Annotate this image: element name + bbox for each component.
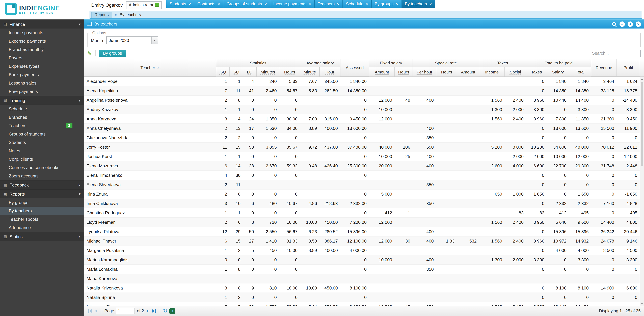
column-header-lq[interactable]: LQ xyxy=(243,68,256,76)
table-row[interactable]: Angelina Poselenova28000012 000484001 56… xyxy=(84,96,640,105)
tab-close-icon[interactable]: × xyxy=(309,2,311,6)
table-row[interactable]: Elena Timoshenko430000000000 xyxy=(84,170,640,180)
tab-by-teachers[interactable]: By teachers× xyxy=(402,0,435,8)
table-row[interactable]: Elena Shvedaeva21135000000 xyxy=(84,180,640,189)
table-row[interactable]: Lyubitsa Pilatova1229502 55056.676.23280… xyxy=(84,227,640,236)
sidebar-item-courses-and-coursebooks[interactable]: Courses and coursebooks xyxy=(0,163,84,172)
tab-close-icon[interactable]: × xyxy=(264,2,267,6)
vertical-scrollbar[interactable] xyxy=(640,77,644,306)
sidebar-item-attendance[interactable]: Attendance xyxy=(0,224,84,232)
sidebar-item-teachers[interactable]: Teachers3 xyxy=(0,122,84,130)
tab-teachers[interactable]: Teachers× xyxy=(314,0,343,8)
prev-page-button[interactable] xyxy=(94,308,98,313)
breadcrumb-section[interactable]: Reports xyxy=(91,12,112,18)
column-header-hours[interactable]: Hours xyxy=(436,68,457,76)
column-header-hours[interactable]: Hours xyxy=(280,68,300,76)
table-row[interactable]: Christina Rodriguez110000412183834124950… xyxy=(84,208,640,218)
column-header-salary[interactable]: Salary xyxy=(547,68,569,76)
table-row[interactable]: Natalia Spirina12000000000 xyxy=(84,293,640,302)
tab-close-icon[interactable]: × xyxy=(396,2,398,6)
refresh-button[interactable]: ↻ xyxy=(163,308,168,314)
table-row[interactable]: Nikonova Olga55301 75539.005.64253.859 9… xyxy=(84,302,640,306)
table-row[interactable]: Glazunova Nadezhda22000035000000 xyxy=(84,133,640,142)
sidebar-item-bank-payments[interactable]: Bank payments xyxy=(0,70,84,79)
column-header-average-salary[interactable]: Average salary xyxy=(300,59,340,68)
logo[interactable]: INDIENGINE B2B UI SOLUTIONS xyxy=(0,0,88,20)
sidebar-item-lessons-sales[interactable]: Lessons sales xyxy=(0,79,84,87)
close-icon[interactable]: × xyxy=(636,21,641,27)
sidebar-item-branches-monthly[interactable]: Branches monthly xyxy=(0,45,84,54)
table-row[interactable]: Maria Lomakina18000035000000 xyxy=(84,264,640,274)
month-combobox[interactable]: June 2020 ▼ xyxy=(106,36,158,44)
sidebar-item-expense-payments[interactable]: Expense payments xyxy=(0,37,84,45)
table-row[interactable]: Alena Kopeikina711412 46054.675.83262.50… xyxy=(84,86,640,96)
column-header-taxes[interactable]: Taxes xyxy=(526,68,547,76)
column-header-teacher[interactable]: Teacher▲ xyxy=(84,59,216,76)
table-row[interactable]: Andrey Kazakov11000010 0001 3002 0003 30… xyxy=(84,105,640,114)
scroll-up-icon[interactable] xyxy=(640,77,644,82)
column-header-statistics[interactable]: Statistics xyxy=(216,59,300,68)
scroll-thumb[interactable] xyxy=(641,82,643,166)
table-row[interactable]: Marios Karampaglidis00000010 0004001 300… xyxy=(84,255,640,264)
first-page-button[interactable] xyxy=(87,308,92,313)
window-header[interactable]: By teachers − ✦ × xyxy=(84,20,644,28)
sidebar-item-groups-of-students[interactable]: Groups of students xyxy=(0,130,84,138)
tab-students[interactable]: Students× xyxy=(166,0,194,8)
tab-contracts[interactable]: Contracts× xyxy=(194,0,224,8)
tab-schedule[interactable]: Schedule× xyxy=(343,0,372,8)
column-header-total[interactable]: Total xyxy=(569,68,591,76)
table-row[interactable]: Maria Khrenova xyxy=(84,274,640,283)
export-excel-button[interactable]: X xyxy=(170,308,175,314)
sidebar-item-schedule[interactable]: Schedule xyxy=(0,105,84,113)
column-header-social[interactable]: Social xyxy=(505,68,526,76)
next-page-button[interactable] xyxy=(146,308,150,313)
sidebar-item-income-payments[interactable]: Income payments xyxy=(0,28,84,37)
grid-search-input[interactable] xyxy=(590,50,641,57)
column-header-gq[interactable]: GQ xyxy=(216,68,230,76)
column-header-sq[interactable]: SQ xyxy=(230,68,243,76)
tab-income-payments[interactable]: Income payments× xyxy=(270,0,314,8)
sidebar-item-teacher-spoofs[interactable]: Teacher spoofs xyxy=(0,215,84,224)
column-header-income[interactable]: Income xyxy=(479,68,505,76)
sidebar-item-payers[interactable]: Payers xyxy=(0,54,84,62)
sidebar-item-by-teachers[interactable]: By teachers xyxy=(0,207,84,215)
column-header-amount[interactable]: Amount xyxy=(369,68,395,76)
sidebar-section-feedback[interactable]: ▤Feedback▸ xyxy=(0,180,84,189)
sidebar-section-statics[interactable]: ▤Statics▸ xyxy=(0,232,84,241)
table-row[interactable]: Elena Mazurova614382 67059.339.48426.402… xyxy=(84,161,640,170)
sidebar-item-branches[interactable]: Branches xyxy=(0,113,84,122)
tab-close-icon[interactable]: × xyxy=(337,2,340,6)
column-header-total-to-be-paid[interactable]: Total to be paid xyxy=(526,59,591,68)
column-header-hours[interactable]: Hours xyxy=(395,68,413,76)
user-name[interactable]: Dmitry Ogarkov xyxy=(91,2,123,8)
table-row[interactable]: Anna Chelysheva213171 53034.008.89400.00… xyxy=(84,124,640,133)
minimize-icon[interactable]: − xyxy=(620,21,625,27)
column-header-fixed-salary[interactable]: Fixed salary xyxy=(369,59,413,68)
column-header-amount[interactable]: Amount xyxy=(457,68,479,76)
tab-close-icon[interactable]: × xyxy=(366,2,368,6)
column-header-minute[interactable]: Minute xyxy=(300,68,320,76)
tab-close-icon[interactable]: × xyxy=(218,2,220,6)
table-row[interactable]: Anna Karzaeva34241 35030.007.00315.009 4… xyxy=(84,114,640,124)
tab-close-icon[interactable]: × xyxy=(188,2,191,6)
column-header-profit[interactable]: Profit xyxy=(617,59,640,76)
last-page-button[interactable] xyxy=(152,308,157,313)
column-header-taxes[interactable]: Taxes xyxy=(479,59,526,68)
tab-close-icon[interactable]: × xyxy=(429,2,432,6)
table-row[interactable]: Alexander Popel1142405.337.67345.001 840… xyxy=(84,77,640,86)
table-row[interactable]: Michael Thayer615271 41031.338.58386.171… xyxy=(84,236,640,246)
sidebar-item-notes[interactable]: Notes xyxy=(0,146,84,155)
sidebar-section-reports[interactable]: ▤Reports▾ xyxy=(0,189,84,198)
table-row[interactable]: Irina Chiklunova310648010.674.86218.632 … xyxy=(84,199,640,208)
role-selector[interactable]: Administrator xyxy=(126,1,162,9)
table-row[interactable]: Joshua Korst11000010 000254002 0002 0001… xyxy=(84,152,640,161)
sidebar-section-training[interactable]: ▤Training▾ xyxy=(0,96,84,105)
tab-by-groups[interactable]: By groups× xyxy=(372,0,402,8)
table-row[interactable]: Lloyd Freeman26872016.0010.00450.007 200… xyxy=(84,218,640,227)
sidebar-item-free-payments[interactable]: Free payments xyxy=(0,87,84,96)
sidebar-item-zoom-accounts[interactable]: Zoom accounts xyxy=(0,172,84,180)
table-row[interactable]: Natalia Krivenkova38981018.0010.00450.00… xyxy=(84,283,640,293)
tab-groups-of-students[interactable]: Groups of students× xyxy=(224,0,270,8)
maximize-icon[interactable]: ✦ xyxy=(628,21,633,27)
search-icon[interactable] xyxy=(612,21,617,27)
